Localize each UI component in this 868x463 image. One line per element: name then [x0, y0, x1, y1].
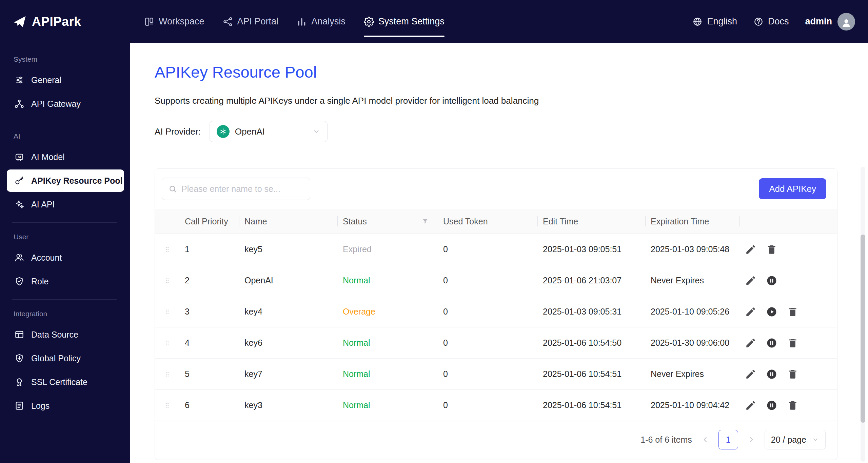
column-header-label: Name: [244, 217, 267, 226]
pause-button[interactable]: [766, 337, 777, 349]
column-header-name: Name: [239, 209, 337, 234]
drag-handle-icon[interactable]: [155, 339, 179, 347]
top-nav-label: Analysis: [311, 16, 346, 27]
sidebar-section-title: User: [0, 224, 130, 245]
avatar[interactable]: [837, 13, 855, 31]
user-menu[interactable]: admin: [805, 13, 855, 31]
edit-button[interactable]: [745, 306, 756, 318]
cell-used-token: 0: [438, 276, 537, 285]
table-row: 4key6Normal02025-01-06 10:54:502025-01-3…: [155, 327, 837, 359]
sidebar-item-data-source[interactable]: Data Source: [7, 323, 124, 346]
delete-button[interactable]: [766, 244, 777, 255]
apikey-table: Call PriorityNameStatusUsed TokenEdit Ti…: [155, 209, 837, 421]
scrollbar-thumb[interactable]: [861, 235, 865, 423]
drag-handle-icon[interactable]: [155, 308, 179, 316]
cell-expiration-time: 2025-01-30 09:06:00: [645, 338, 739, 348]
chevron-down-icon: [812, 436, 819, 443]
scrollbar-track[interactable]: [861, 167, 865, 462]
sidebar-item-label: AI Model: [31, 152, 65, 162]
sidebar-item-global-policy[interactable]: Global Policy: [7, 347, 124, 369]
sidebar-item-logs[interactable]: Logs: [7, 395, 124, 417]
main-content: APIKey Resource Pool Supports creating m…: [130, 43, 868, 463]
drag-handle-icon[interactable]: [155, 246, 179, 253]
cell-edit-time: 2025-01-06 10:54:51: [537, 369, 645, 379]
row-actions: [739, 275, 837, 286]
language-label: English: [707, 16, 737, 27]
delete-button[interactable]: [787, 368, 798, 380]
cell-call-priority: 6: [179, 400, 239, 410]
cell-status: Normal: [337, 400, 438, 410]
top-nav-label: Workspace: [159, 16, 204, 27]
language-switcher[interactable]: English: [692, 16, 737, 27]
docs-link[interactable]: Docs: [753, 16, 789, 27]
drag-handle-icon[interactable]: [155, 277, 179, 284]
edit-button[interactable]: [745, 244, 756, 255]
pause-button[interactable]: [766, 400, 777, 411]
prev-page-button[interactable]: [701, 435, 710, 444]
column-header-status: Status: [337, 209, 438, 234]
brand-logo[interactable]: APIPark: [0, 14, 130, 29]
provider-row: AI Provider: OpenAI: [155, 121, 837, 142]
sidebar-item-role[interactable]: Role: [7, 270, 124, 293]
table-row: 6key3Normal02025-01-06 10:54:512025-01-1…: [155, 390, 837, 421]
brand-name: APIPark: [32, 15, 81, 29]
top-nav-workspace[interactable]: Workspace: [135, 0, 214, 43]
cell-call-priority: 4: [179, 338, 239, 348]
resume-button[interactable]: [766, 306, 777, 318]
row-actions: [739, 337, 837, 349]
row-actions: [739, 368, 837, 380]
sidebar-item-label: Account: [31, 253, 62, 263]
delete-button[interactable]: [787, 337, 798, 349]
cell-used-token: 0: [438, 369, 537, 379]
cell-call-priority: 5: [179, 369, 239, 379]
pagination: 1-6 of 6 items 1 20 / page: [155, 421, 837, 460]
sidebar-divider: [12, 299, 117, 300]
pause-button[interactable]: [766, 275, 777, 286]
cell-expiration-time: 2025-01-03 09:05:48: [645, 244, 739, 254]
cell-call-priority: 3: [179, 307, 239, 317]
cell-edit-time: 2025-01-03 09:05:31: [537, 307, 645, 317]
next-page-button[interactable]: [747, 435, 756, 444]
cell-expiration-time: Never Expires: [645, 276, 739, 285]
search-input[interactable]: [181, 184, 304, 194]
sidebar-item-api-gateway[interactable]: API Gateway: [7, 93, 124, 115]
cell-call-priority: 2: [179, 276, 239, 285]
sidebar-item-ssl-certificate[interactable]: SSL Certificate: [7, 371, 124, 393]
delete-button[interactable]: [787, 306, 798, 318]
drag-handle-icon[interactable]: [155, 402, 179, 409]
cell-used-token: 0: [438, 338, 537, 348]
sidebar-item-account[interactable]: Account: [7, 246, 124, 269]
analysis-icon: [297, 17, 307, 27]
sidebar-item-ai-api[interactable]: AI API: [7, 193, 124, 216]
cell-edit-time: 2025-01-06 10:54:50: [537, 338, 645, 348]
top-nav-api-portal[interactable]: API Portal: [214, 0, 288, 43]
sidebar-item-general[interactable]: General: [7, 69, 124, 91]
top-nav-analysis[interactable]: Analysis: [288, 0, 355, 43]
cell-used-token: 0: [438, 307, 537, 317]
edit-button[interactable]: [745, 400, 756, 411]
delete-button[interactable]: [787, 400, 798, 411]
edit-button[interactable]: [745, 368, 756, 380]
top-nav-system-settings[interactable]: System Settings: [355, 0, 454, 43]
status-badge: Normal: [343, 338, 370, 347]
edit-button[interactable]: [745, 337, 756, 349]
drag-handle-icon[interactable]: [155, 370, 179, 378]
page-size-select[interactable]: 20 / page: [765, 430, 826, 449]
gear-icon: [364, 17, 374, 27]
add-apikey-button[interactable]: Add APIKey: [759, 178, 826, 199]
column-header-expiration-time: Expiration Time: [645, 209, 739, 234]
sidebar-item-apikey-resource-pool[interactable]: APIKey Resource Pool: [7, 169, 124, 192]
cell-expiration-time: Never Expires: [645, 369, 739, 379]
ai-provider-select[interactable]: OpenAI: [210, 121, 328, 142]
column-header-label: Expiration Time: [651, 217, 709, 226]
cell-expiration-time: 2025-01-10 09:05:26: [645, 307, 739, 317]
sidebar-item-label: API Gateway: [31, 99, 81, 109]
edit-button[interactable]: [745, 275, 756, 286]
cell-name: key6: [239, 338, 337, 348]
pause-button[interactable]: [766, 368, 777, 380]
search-icon: [168, 184, 177, 194]
filter-icon[interactable]: [421, 218, 429, 225]
page-number[interactable]: 1: [718, 430, 738, 449]
openai-logo-icon: [217, 125, 230, 138]
sidebar-item-ai-model[interactable]: AIAI Model: [7, 146, 124, 168]
